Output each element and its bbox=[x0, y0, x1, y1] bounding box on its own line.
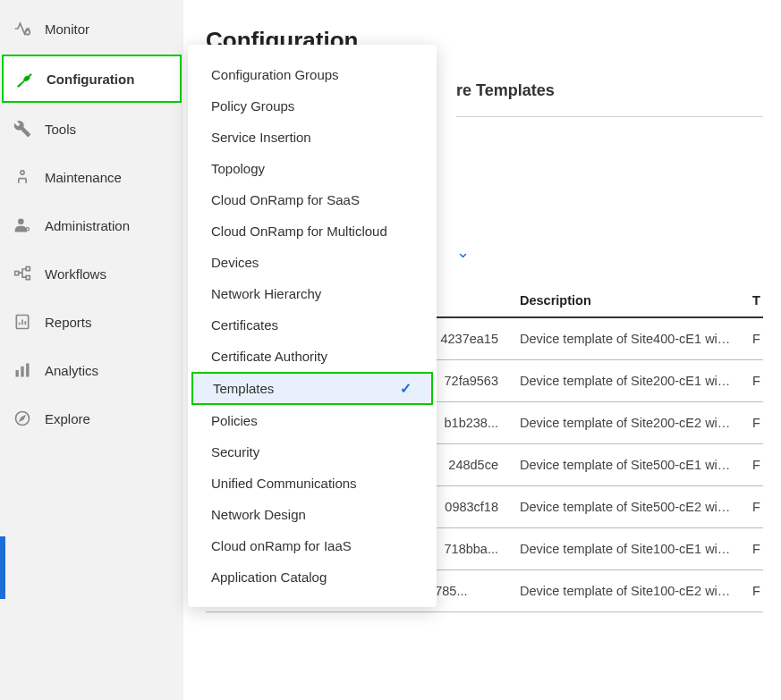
workflows-icon bbox=[13, 264, 32, 283]
dropdown-item-cloud-onramp-iaas[interactable]: Cloud onRamp for IaaS bbox=[188, 530, 437, 561]
sidebar-item-label: Reports bbox=[45, 315, 92, 330]
dropdown-item-policy-groups[interactable]: Policy Groups bbox=[188, 90, 437, 122]
cell-desc: Device template of Site200-cE2 wit... bbox=[509, 402, 742, 444]
sidebar-item-configuration[interactable]: Configuration bbox=[2, 55, 182, 103]
dropdown-item-application-catalog[interactable]: Application Catalog bbox=[188, 561, 437, 593]
dropdown-item-unified-communications[interactable]: Unified Communications bbox=[188, 468, 437, 499]
sidebar-item-analytics[interactable]: Analytics bbox=[0, 346, 183, 394]
dropdown-item-label: Policies bbox=[211, 413, 258, 428]
dropdown-item-label: Security bbox=[211, 444, 259, 460]
svg-rect-6 bbox=[26, 276, 30, 280]
dropdown-item-label: Policy Groups bbox=[211, 98, 294, 114]
tools-icon bbox=[13, 119, 32, 139]
svg-point-2 bbox=[18, 219, 24, 225]
svg-rect-8 bbox=[16, 370, 19, 377]
cell-last: F bbox=[742, 402, 763, 444]
cell-desc: Device template of Site500-cE2 wit... bbox=[509, 486, 742, 528]
svg-point-11 bbox=[16, 412, 30, 426]
svg-rect-5 bbox=[26, 267, 30, 271]
sidebar-item-label: Maintenance bbox=[45, 170, 122, 185]
dropdown-item-label: Application Catalog bbox=[211, 569, 327, 585]
cell-last: F bbox=[742, 486, 763, 528]
dropdown-item-templates[interactable]: Templates ✓ bbox=[191, 372, 433, 405]
dropdown-item-label: Network Design bbox=[211, 507, 306, 522]
svg-rect-4 bbox=[15, 272, 19, 275]
dropdown-item-certificates[interactable]: Certificates bbox=[188, 309, 437, 341]
sidebar-item-label: Analytics bbox=[45, 363, 98, 378]
sidebar-item-label: Tools bbox=[45, 122, 76, 137]
cell-last: F bbox=[742, 317, 763, 360]
dropdown-item-cloud-onramp-multicloud[interactable]: Cloud OnRamp for Multicloud bbox=[188, 215, 437, 247]
table-header-last[interactable]: T bbox=[742, 284, 763, 317]
sidebar-item-monitor[interactable]: Monitor bbox=[0, 4, 183, 53]
cell-desc: Device template of Site200-cE1 wit... bbox=[509, 360, 742, 402]
sidebar-item-label: Administration bbox=[45, 218, 130, 233]
sidebar-item-label: Configuration bbox=[47, 72, 134, 87]
sidebar-item-workflows[interactable]: Workflows bbox=[0, 249, 183, 298]
dropdown-item-service-insertion[interactable]: Service Insertion bbox=[188, 122, 437, 153]
cell-desc: Device template of Site100-cE2 wit... bbox=[509, 570, 742, 612]
dropdown-item-label: Service Insertion bbox=[211, 130, 311, 145]
administration-icon bbox=[13, 215, 32, 235]
cell-desc: Device template of Site100-cE1 wit... bbox=[509, 528, 742, 570]
analytics-icon bbox=[13, 360, 32, 380]
section-divider bbox=[456, 116, 763, 117]
table-header-description[interactable]: Description bbox=[509, 284, 742, 317]
dropdown-item-label: Topology bbox=[211, 161, 265, 176]
dropdown-item-label: Templates bbox=[213, 381, 274, 396]
sidebar-item-tools[interactable]: Tools bbox=[0, 105, 183, 153]
reports-icon bbox=[13, 312, 32, 332]
dropdown-item-cloud-onramp-saas[interactable]: Cloud OnRamp for SaaS bbox=[188, 184, 437, 215]
sidebar-item-maintenance[interactable]: Maintenance bbox=[0, 153, 183, 201]
dropdown-item-devices[interactable]: Devices bbox=[188, 247, 437, 278]
configuration-dropdown-menu: Configuration Groups Policy Groups Servi… bbox=[188, 45, 437, 607]
svg-point-3 bbox=[26, 228, 29, 231]
svg-rect-9 bbox=[21, 367, 23, 377]
sidebar-item-explore[interactable]: Explore bbox=[0, 394, 183, 443]
check-icon: ✓ bbox=[400, 380, 412, 397]
dropdown-item-label: Network Hierarchy bbox=[211, 286, 321, 301]
sidebar: Monitor Configuration Tools Maintenance … bbox=[0, 0, 183, 700]
monitor-icon bbox=[13, 19, 32, 38]
dropdown-item-topology[interactable]: Topology bbox=[188, 153, 437, 184]
dropdown-item-label: Cloud OnRamp for SaaS bbox=[211, 192, 360, 207]
dropdown-item-network-hierarchy[interactable]: Network Hierarchy bbox=[188, 278, 437, 309]
chevron-down-icon[interactable]: ⌄ bbox=[456, 242, 763, 262]
maintenance-icon bbox=[13, 167, 32, 187]
dropdown-item-label: Unified Communications bbox=[211, 476, 357, 491]
dropdown-item-network-design[interactable]: Network Design bbox=[188, 499, 437, 530]
dropdown-item-policies[interactable]: Policies bbox=[188, 405, 437, 436]
dropdown-item-security[interactable]: Security bbox=[188, 436, 437, 468]
svg-marker-12 bbox=[21, 417, 25, 421]
dropdown-item-configuration-groups[interactable]: Configuration Groups bbox=[188, 59, 437, 90]
dropdown-item-label: Devices bbox=[211, 255, 259, 270]
cell-last: F bbox=[742, 570, 763, 612]
dropdown-item-label: Cloud onRamp for IaaS bbox=[211, 538, 352, 553]
cell-desc: Device template of Site500-cE1 wit... bbox=[509, 444, 742, 486]
sidebar-item-label: Explore bbox=[45, 411, 90, 426]
sidebar-item-administration[interactable]: Administration bbox=[0, 201, 183, 249]
svg-point-0 bbox=[25, 30, 30, 35]
cell-last: F bbox=[742, 528, 763, 570]
wrench-icon bbox=[14, 69, 34, 89]
dropdown-item-label: Certificate Authority bbox=[211, 349, 327, 364]
cell-last: F bbox=[742, 360, 763, 402]
svg-point-1 bbox=[21, 171, 24, 174]
dropdown-item-label: Certificates bbox=[211, 317, 278, 333]
sidebar-item-label: Monitor bbox=[45, 21, 89, 37]
dropdown-item-certificate-authority[interactable]: Certificate Authority bbox=[188, 341, 437, 372]
dropdown-item-label: Configuration Groups bbox=[211, 67, 339, 82]
sidebar-item-label: Workflows bbox=[45, 266, 106, 282]
sidebar-item-reports[interactable]: Reports bbox=[0, 298, 183, 346]
cell-last: F bbox=[742, 444, 763, 486]
dropdown-item-label: Cloud OnRamp for Multicloud bbox=[211, 223, 387, 239]
left-accent-bar bbox=[0, 536, 5, 599]
explore-icon bbox=[13, 409, 32, 428]
svg-rect-10 bbox=[26, 364, 29, 377]
cell-desc: Device template of Site400-cE1 wit... bbox=[509, 317, 742, 360]
